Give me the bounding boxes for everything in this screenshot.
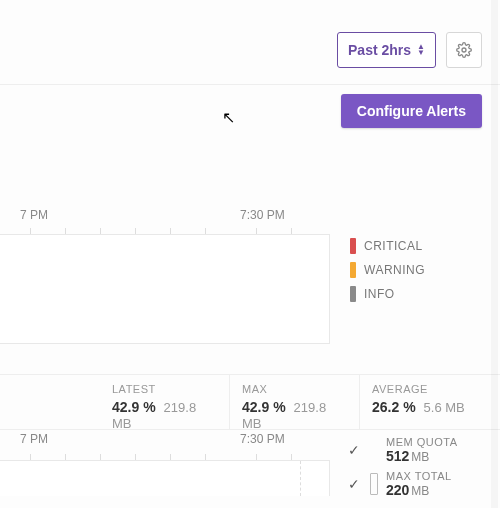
legend-item-mem-quota[interactable]: ✓ MEM QUOTA 512MB — [348, 436, 458, 464]
legend-label: INFO — [364, 287, 395, 301]
configure-alerts-button[interactable]: Configure Alerts — [341, 94, 482, 128]
check-icon: ✓ — [348, 442, 362, 458]
legend-value: 220 — [386, 482, 409, 498]
stat-latest: LATEST 42.9 %219.8 MB — [100, 375, 230, 429]
alerts-legend: CRITICAL WARNING INFO — [350, 238, 425, 310]
critical-swatch — [350, 238, 356, 254]
gear-icon — [456, 42, 472, 58]
time-range-select[interactable]: Past 2hrs ▲▼ — [337, 32, 436, 68]
x-tick: 7:30 PM — [240, 432, 285, 446]
memory-stats-row: LATEST 42.9 %219.8 MB MAX 42.9 %219.8 MB… — [0, 374, 500, 430]
stat-percent: 26.2 % — [372, 399, 416, 415]
chart-plot-area[interactable] — [0, 460, 330, 496]
stat-header: AVERAGE — [372, 383, 478, 395]
time-cursor — [300, 461, 301, 496]
warning-swatch — [350, 262, 356, 278]
stat-mb: 5.6 MB — [424, 400, 465, 415]
time-range-label: Past 2hrs — [348, 42, 411, 58]
stat-percent: 42.9 % — [242, 399, 286, 415]
x-tick: 7:30 PM — [240, 208, 285, 222]
svg-point-0 — [462, 48, 466, 52]
legend-unit: MB — [411, 450, 429, 464]
x-tick: 7 PM — [20, 432, 48, 446]
legend-label: MAX TOTAL — [386, 470, 452, 482]
chevron-up-down-icon: ▲▼ — [417, 44, 425, 56]
legend-unit: MB — [411, 484, 429, 498]
legend-label: CRITICAL — [364, 239, 423, 253]
alerts-chart: 7 PM 7:30 PM CRITICAL WARNING INFO — [0, 208, 500, 368]
memory-legend: ✓ MEM QUOTA 512MB ✓ MAX TOTAL 220MB — [348, 436, 458, 504]
cursor-icon: ↖ — [222, 108, 235, 127]
legend-label: WARNING — [364, 263, 425, 277]
x-tick: 7 PM — [20, 208, 48, 222]
stat-average: AVERAGE 26.2 %5.6 MB — [360, 375, 490, 429]
divider — [0, 84, 500, 85]
stat-header: MAX — [242, 383, 347, 395]
scrollbar[interactable] — [491, 0, 498, 508]
settings-button[interactable] — [446, 32, 482, 68]
legend-item-max-total[interactable]: ✓ MAX TOTAL 220MB — [348, 470, 458, 498]
legend-label: MEM QUOTA — [386, 436, 458, 448]
check-icon: ✓ — [348, 476, 362, 492]
stat-percent: 42.9 % — [112, 399, 156, 415]
chart-plot-area[interactable] — [0, 234, 330, 344]
info-swatch — [350, 286, 356, 302]
stat-header: LATEST — [112, 383, 217, 395]
series-bar-icon — [370, 473, 378, 495]
legend-value: 512 — [386, 448, 409, 464]
stat-max: MAX 42.9 %219.8 MB — [230, 375, 360, 429]
